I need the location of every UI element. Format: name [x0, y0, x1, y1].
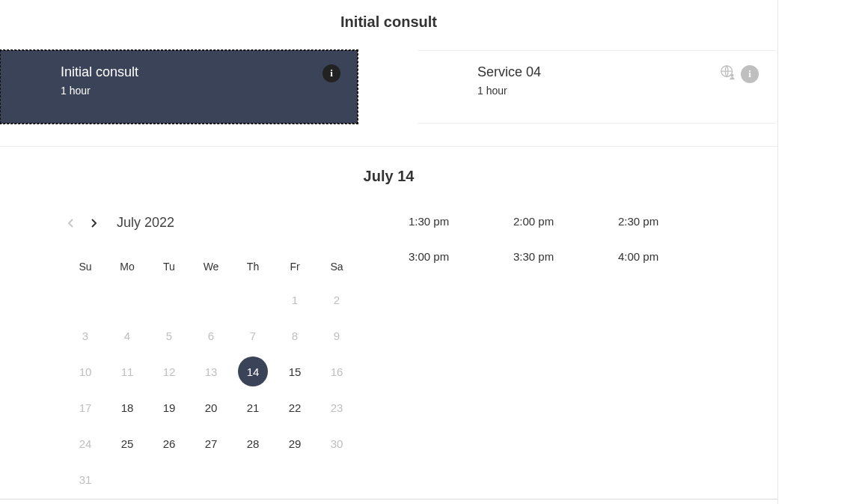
weekday-label: Tu: [148, 252, 190, 282]
service-icons: i: [323, 64, 340, 82]
calendar-day[interactable]: 28: [232, 425, 274, 461]
time-slot[interactable]: 2:30 pm: [618, 215, 723, 228]
service-name: Service 04: [477, 64, 757, 80]
calendar-day-empty: [316, 461, 358, 497]
service-duration: 1 hour: [61, 85, 339, 97]
info-icon[interactable]: i: [323, 64, 340, 82]
weekday-label: Mo: [106, 252, 148, 282]
calendar-day: 5: [148, 318, 190, 353]
service-icons: i: [720, 64, 759, 84]
calendar-day: 10: [64, 353, 106, 389]
calendar-day: 4: [106, 318, 148, 353]
calendar-day-empty: [274, 461, 316, 497]
calendar-day: 13: [190, 353, 232, 389]
calendar-day[interactable]: 15: [274, 353, 316, 389]
weekday-label: Su: [64, 252, 106, 282]
calendar-day: 24: [64, 425, 106, 461]
calendar-day[interactable]: 27: [190, 425, 232, 461]
next-month-button[interactable]: [87, 216, 100, 230]
weekday-label: Sa: [316, 252, 358, 282]
calendar-day: 1: [274, 282, 316, 318]
calendar-day[interactable]: 29: [274, 425, 316, 461]
time-slot[interactable]: 4:00 pm: [618, 250, 723, 263]
service-card-service-04[interactable]: Service 04 1 hour i: [418, 50, 775, 124]
service-duration: 1 hour: [477, 85, 757, 97]
calendar-day[interactable]: 19: [148, 389, 190, 425]
calendar: July 2022 SuMoTuWeThFrSa1234567891011121…: [64, 215, 364, 497]
calendar-day: 3: [64, 318, 106, 353]
service-card-initial-consult[interactable]: Initial consult 1 hour i: [0, 50, 358, 124]
calendar-day[interactable]: 22: [274, 389, 316, 425]
calendar-day[interactable]: 20: [190, 389, 232, 425]
calendar-day: 8: [274, 318, 316, 353]
calendar-day: 30: [316, 425, 358, 461]
prev-month-button[interactable]: [64, 216, 78, 230]
calendar-day: 12: [148, 353, 190, 389]
selected-date-heading: July 14: [0, 147, 777, 215]
calendar-day[interactable]: 26: [148, 425, 190, 461]
scheduler: July 2022 SuMoTuWeThFrSa1234567891011121…: [0, 215, 777, 497]
page-title: Initial consult: [0, 0, 777, 50]
calendar-day: 11: [106, 353, 148, 389]
calendar-header: July 2022: [64, 215, 364, 231]
calendar-grid: SuMoTuWeThFrSa12345678910111213141516171…: [64, 252, 364, 497]
calendar-day-empty: [106, 461, 148, 497]
weekday-label: We: [190, 252, 232, 282]
calendar-day-selected[interactable]: 14: [232, 353, 274, 389]
calendar-day-empty: [148, 461, 190, 497]
calendar-month-label: July 2022: [117, 215, 174, 231]
calendar-day[interactable]: 25: [106, 425, 148, 461]
weekday-label: Th: [232, 252, 274, 282]
calendar-day: 2: [316, 282, 358, 318]
calendar-day-empty: [232, 282, 274, 318]
calendar-day: 31: [64, 461, 106, 497]
calendar-day[interactable]: 21: [232, 389, 274, 425]
calendar-day-empty: [64, 282, 106, 318]
time-slot[interactable]: 2:00 pm: [513, 215, 618, 228]
service-name: Initial consult: [61, 64, 339, 80]
calendar-day: 16: [316, 353, 358, 389]
calendar-day: 17: [64, 389, 106, 425]
calendar-day: 6: [190, 318, 232, 353]
calendar-day-empty: [232, 461, 274, 497]
svg-point-1: [730, 74, 733, 77]
calendar-day: 9: [316, 318, 358, 353]
online-meeting-icon: [720, 64, 736, 84]
time-slot[interactable]: 3:30 pm: [513, 250, 618, 263]
service-list: Initial consult 1 hour i Service 04 1 ho…: [0, 50, 777, 146]
calendar-day-empty: [148, 282, 190, 318]
calendar-day-empty: [190, 282, 232, 318]
info-icon[interactable]: i: [741, 65, 759, 83]
time-slot-panel: 1:30 pm2:00 pm2:30 pm3:00 pm3:30 pm4:00 …: [364, 215, 777, 497]
calendar-day-empty: [106, 282, 148, 318]
calendar-day-empty: [190, 461, 232, 497]
calendar-day: 7: [232, 318, 274, 353]
time-slot-grid: 1:30 pm2:00 pm2:30 pm3:00 pm3:30 pm4:00 …: [409, 215, 777, 263]
time-slot[interactable]: 1:30 pm: [409, 215, 513, 228]
footer-divider: [0, 499, 777, 500]
calendar-day[interactable]: 18: [106, 389, 148, 425]
weekday-label: Fr: [274, 252, 316, 282]
calendar-day: 23: [316, 389, 358, 425]
time-slot[interactable]: 3:00 pm: [409, 250, 513, 263]
booking-app: Initial consult Initial consult 1 hour i…: [0, 0, 778, 504]
